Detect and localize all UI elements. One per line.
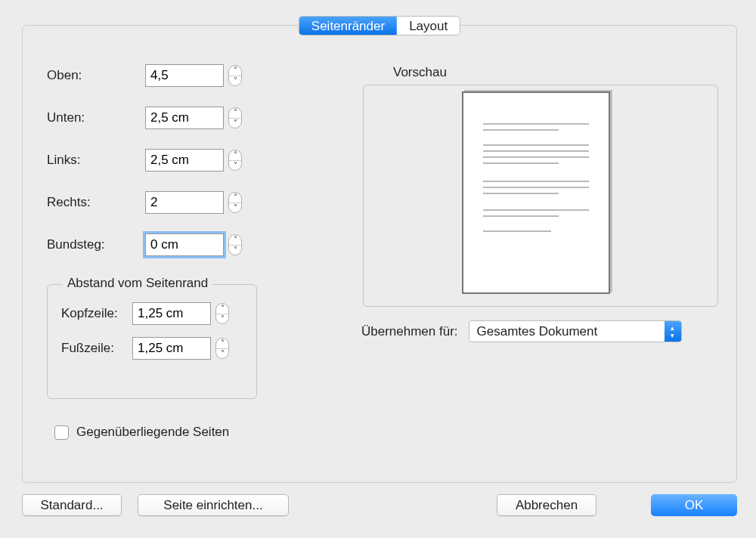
tab-margins[interactable]: Seitenränder [299, 17, 397, 35]
footer-distance-input[interactable] [132, 337, 211, 360]
right-margin-input[interactable] [145, 191, 224, 214]
from-edge-title: Abstand vom Seitenrand [63, 276, 212, 291]
gutter-margin-input[interactable] [145, 233, 224, 256]
top-margin-label: Oben: [47, 68, 145, 83]
bottom-margin-input[interactable] [145, 107, 224, 129]
preview-page [462, 91, 610, 294]
right-margin-stepper[interactable]: ˄ ˅ [228, 192, 242, 213]
gutter-margin-stepper[interactable]: ˄ ˅ [228, 234, 242, 255]
chevron-down-icon[interactable]: ˅ [229, 76, 241, 86]
footer-distance-stepper[interactable]: ˄ ˅ [215, 338, 229, 359]
apply-to-row: Übernehmen für: Gesamtes Dokument ▴▾ [361, 320, 682, 342]
chevron-up-icon[interactable]: ˄ [229, 108, 241, 119]
top-margin-input[interactable] [145, 64, 224, 87]
preview-pane [363, 85, 718, 307]
chevron-up-icon[interactable]: ˄ [229, 150, 241, 161]
tab-layout[interactable]: Layout [397, 17, 460, 35]
mirror-pages-checkbox[interactable] [54, 425, 69, 440]
preview-title: Vorschau [393, 65, 447, 80]
bottom-margin-label: Unten: [47, 110, 145, 125]
top-margin-stepper[interactable]: ˄ ˅ [228, 65, 242, 86]
header-distance-stepper[interactable]: ˄ ˅ [215, 303, 229, 324]
chevron-down-icon[interactable]: ˅ [216, 314, 228, 324]
mirror-pages-row[interactable]: Gegenüberliegende Seiten [54, 425, 229, 440]
chevron-down-icon[interactable]: ˅ [229, 246, 241, 255]
chevron-down-icon[interactable]: ˅ [229, 161, 241, 171]
left-margin-input[interactable] [145, 149, 224, 172]
gutter-margin-label: Bundsteg: [47, 237, 145, 252]
chevron-down-icon[interactable]: ˅ [229, 203, 241, 213]
left-margin-label: Links: [47, 153, 145, 168]
default-button[interactable]: Standard... [22, 494, 122, 516]
header-distance-input[interactable] [132, 302, 211, 325]
chevron-up-icon[interactable]: ˄ [229, 235, 241, 246]
apply-to-dropdown[interactable]: Gesamtes Dokument ▴▾ [469, 320, 682, 342]
chevron-up-icon[interactable]: ˄ [216, 304, 228, 314]
left-margin-stepper[interactable]: ˄ ˅ [228, 150, 242, 171]
from-edge-group: Abstand vom Seitenrand Kopfzeile: ˄ ˅ Fu… [47, 284, 257, 399]
apply-to-label: Übernehmen für: [361, 324, 458, 339]
footer-distance-label: Fußzeile: [61, 341, 132, 356]
chevron-up-icon[interactable]: ˄ [229, 193, 241, 203]
mirror-pages-label: Gegenüberliegende Seiten [76, 425, 229, 440]
chevron-up-icon[interactable]: ˄ [229, 66, 241, 76]
updown-arrows-icon[interactable]: ▴▾ [665, 321, 681, 342]
header-distance-label: Kopfzeile: [61, 306, 132, 321]
page-margins-dialog: Seitenränder Layout Oben: ˄ ˅ Unten: ˄ ˅… [22, 25, 737, 483]
chevron-down-icon[interactable]: ˅ [216, 349, 228, 359]
chevron-down-icon[interactable]: ˅ [229, 119, 241, 128]
chevron-up-icon[interactable]: ˄ [216, 339, 228, 349]
apply-to-selected: Gesamtes Dokument [469, 324, 665, 339]
right-margin-label: Rechts: [47, 195, 145, 210]
cancel-button[interactable]: Abbrechen [497, 494, 596, 516]
page-setup-button[interactable]: Seite einrichten... [138, 494, 289, 516]
ok-button[interactable]: OK [651, 494, 737, 516]
margins-panel: Oben: ˄ ˅ Unten: ˄ ˅ Links: ˄ ˅ Rechts [47, 63, 319, 257]
bottom-margin-stepper[interactable]: ˄ ˅ [228, 107, 242, 128]
tabbar: Seitenränder Layout [299, 16, 460, 36]
